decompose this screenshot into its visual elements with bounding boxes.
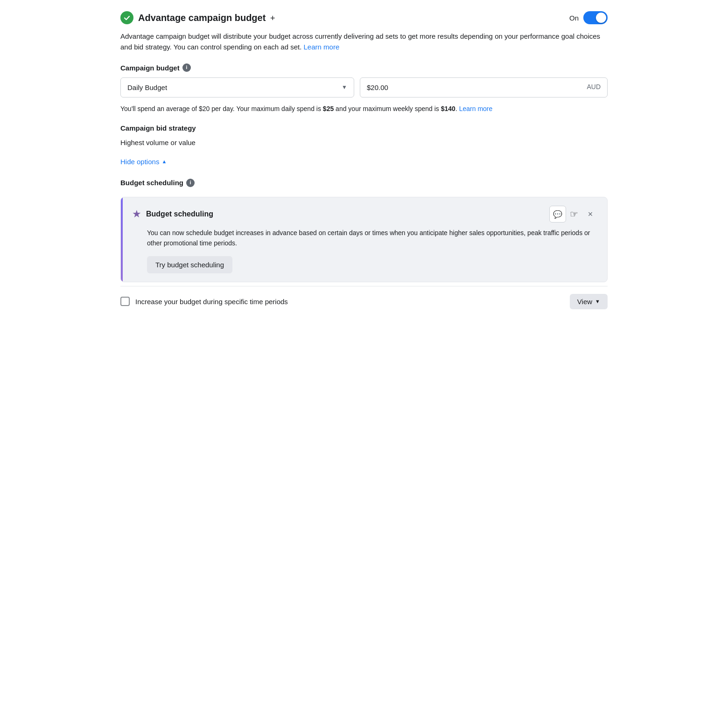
feedback-button[interactable]: 💬 (549, 206, 566, 223)
plus-icon: + (270, 14, 275, 23)
title-text: Advantage campaign budget (138, 13, 266, 23)
bid-strategy-text: Campaign bid strategy (120, 123, 196, 133)
spend-info-between: and your maximum weekly spend is (336, 105, 439, 112)
toggle-row: On (569, 11, 608, 24)
hide-options-label: Hide options (120, 157, 159, 167)
toggle-slider (583, 11, 608, 24)
bid-strategy-section: Campaign bid strategy Highest volume or … (120, 123, 608, 147)
hide-options-link[interactable]: Hide options ▲ (120, 157, 167, 167)
increase-budget-label: Increase your budget during specific tim… (135, 297, 288, 306)
description-text: Advantage campaign budget will distribut… (120, 31, 608, 53)
close-promo-card-button[interactable]: × (582, 206, 599, 223)
budget-scheduling-text: Budget scheduling (120, 178, 183, 188)
check-icon (120, 11, 133, 24)
budget-amount-input[interactable] (367, 79, 587, 96)
feedback-icon: 💬 (553, 210, 562, 219)
budget-type-dropdown[interactable]: Daily Budget ▼ (120, 77, 354, 97)
budget-type-chevron-icon: ▼ (342, 84, 347, 91)
budget-scheduling-promo-card: ★ Budget scheduling 💬 ☞ × You can now sc… (120, 197, 608, 282)
view-button[interactable]: View ▼ (570, 294, 608, 309)
star-icon: ★ (132, 207, 141, 222)
budget-scheduling-section-label: Budget scheduling i (120, 178, 608, 188)
budget-type-select[interactable]: Daily Budget ▼ (120, 77, 354, 97)
currency-label: AUD (587, 83, 601, 92)
campaign-budget-info-icon[interactable]: i (182, 63, 191, 72)
promo-card-header: ★ Budget scheduling 💬 ☞ × (132, 206, 599, 223)
max-daily-amount: $25 (323, 105, 334, 112)
page-title: Advantage campaign budget + (138, 11, 275, 24)
budget-inputs-row: Daily Budget ▼ AUD (120, 77, 608, 97)
view-chevron-icon: ▼ (595, 299, 600, 304)
budget-amount-field[interactable]: AUD (360, 77, 608, 97)
campaign-budget-text: Campaign budget (120, 63, 180, 73)
hide-options-chevron-icon: ▲ (161, 158, 167, 165)
view-button-label: View (577, 298, 592, 306)
description-body: Advantage campaign budget will distribut… (120, 32, 600, 51)
increase-budget-checkbox[interactable] (120, 297, 130, 306)
bottom-row: Increase your budget during specific tim… (120, 286, 608, 311)
toggle-label: On (569, 13, 579, 23)
advantage-budget-toggle[interactable] (583, 11, 608, 24)
promo-card-inner: ★ Budget scheduling 💬 ☞ × You can now sc… (121, 197, 607, 281)
promo-card-body-text: You can now schedule budget increases in… (147, 228, 599, 248)
bottom-left: Increase your budget during specific tim… (120, 297, 288, 306)
description-learn-more-link[interactable]: Learn more (304, 43, 340, 51)
header-left: Advantage campaign budget + (120, 11, 275, 24)
header-row: Advantage campaign budget + On (120, 11, 608, 24)
cursor-hand-icon: ☞ (570, 208, 578, 221)
bid-strategy-label: Campaign bid strategy (120, 123, 608, 133)
spend-info-before: You'll spend an average of $20 per day. … (120, 105, 321, 112)
promo-card-actions: 💬 ☞ × (549, 206, 599, 223)
promo-card-title: Budget scheduling (146, 209, 213, 219)
spend-info-text: You'll spend an average of $20 per day. … (120, 104, 608, 114)
bid-strategy-value: Highest volume or value (120, 138, 608, 147)
budget-scheduling-info-icon[interactable]: i (186, 179, 195, 187)
promo-card-title-row: ★ Budget scheduling (132, 207, 213, 222)
spend-info-after: . (455, 105, 457, 112)
budget-type-value: Daily Budget (127, 83, 167, 92)
try-budget-scheduling-button[interactable]: Try budget scheduling (147, 256, 232, 273)
campaign-budget-label: Campaign budget i (120, 63, 608, 73)
spend-info-learn-more-link[interactable]: Learn more (459, 105, 493, 112)
max-weekly-amount: $140 (441, 105, 455, 112)
